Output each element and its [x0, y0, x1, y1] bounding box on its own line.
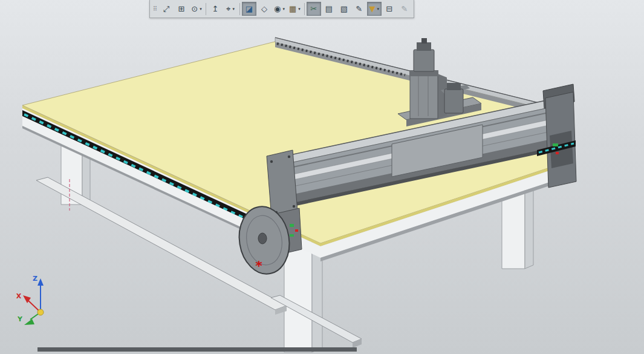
left-green-indicator-2 — [290, 234, 294, 237]
right-green-indicator — [553, 143, 558, 146]
toolbar-separator — [304, 3, 305, 15]
bolt — [288, 156, 290, 158]
hide-show-items-icon: ◉ — [274, 5, 281, 13]
previous-view-button[interactable]: ↥ — [208, 2, 223, 16]
toolbar-grip[interactable]: ⠿ — [152, 2, 158, 16]
dropdown-arrow-icon[interactable]: ▾ — [298, 7, 301, 11]
y-axis-label: Y — [17, 315, 23, 323]
magnify-icon: ⊙ — [191, 5, 198, 13]
dropdown-arrow-icon[interactable]: ▾ — [200, 7, 202, 11]
heads-up-toolbar: ⠿⤢⊞⊙▾↥⌖▾◪◇◉▾▦▾✂▤▧✎▼▾⊟✎ — [149, 0, 414, 18]
dropdown-arrow-icon[interactable]: ▾ — [232, 7, 235, 11]
edit-sketch-icon: ✎ — [401, 5, 408, 13]
wireframe-display-icon: ◇ — [261, 5, 267, 13]
apply-scene-button[interactable]: ▦▾ — [287, 2, 302, 16]
z-axis-arrowhead[interactable] — [37, 278, 44, 286]
view-orientation-icon: ⌖ — [226, 5, 230, 13]
bolt — [293, 205, 295, 208]
evaluate-icon: ⊟ — [386, 5, 392, 13]
z-motor-nub — [421, 38, 427, 44]
zoom-to-fit-button[interactable]: ⤢ — [159, 2, 174, 16]
annotations-icon: ▤ — [325, 5, 333, 13]
section-view-button[interactable]: ✂ — [307, 2, 321, 16]
left-red-indicator — [295, 229, 298, 232]
apply-scene-icon: ▦ — [289, 5, 296, 13]
markup-button[interactable]: ▧ — [337, 2, 351, 16]
bolt — [270, 160, 273, 163]
hide-show-items-button[interactable]: ◉▾ — [272, 2, 287, 16]
front-leg[interactable] — [284, 241, 322, 352]
right-leg-side-face[interactable] — [525, 188, 533, 269]
triad-origin-ball[interactable] — [37, 309, 44, 315]
edit-sketch-button[interactable]: ✎ — [397, 2, 412, 16]
zoom-to-area-icon: ⊞ — [178, 5, 185, 13]
selection-filter-icon: ▼ — [369, 5, 376, 13]
comments-button[interactable]: ✎ — [352, 2, 366, 16]
front-leg-front-face[interactable] — [284, 241, 312, 352]
origin-marker: * — [255, 258, 262, 274]
toolbar-grip-icon: ⠿ — [153, 6, 157, 12]
model-viewport[interactable]: * — [0, 0, 644, 354]
comments-icon: ✎ — [356, 5, 362, 13]
left-green-indicator — [290, 224, 294, 227]
gantry-left-end-plate[interactable] — [267, 150, 298, 218]
z-motor-cap[interactable] — [417, 42, 431, 51]
magnify-button[interactable]: ⊙▾ — [189, 2, 204, 16]
z-motor-body[interactable] — [414, 50, 434, 71]
right-red-indicator — [556, 152, 559, 154]
wireframe-display-button[interactable]: ◇ — [257, 2, 272, 16]
wheel-hub[interactable] — [258, 233, 267, 244]
spindle-motor-cap[interactable] — [447, 83, 461, 90]
toolbar-separator — [206, 3, 206, 15]
spindle-motor-body[interactable] — [444, 89, 463, 113]
selection-filter-button[interactable]: ▼▾ — [367, 2, 382, 16]
x-axis-label: X — [16, 292, 22, 300]
dropdown-arrow-icon[interactable]: ▾ — [377, 7, 380, 11]
zoom-to-area-button[interactable]: ⊞ — [174, 2, 189, 16]
display-style-icon: ◪ — [246, 5, 253, 13]
evaluate-button[interactable]: ⊟ — [382, 2, 397, 16]
base-front-bar[interactable] — [37, 347, 357, 352]
cad-viewport-window: ⠿⤢⊞⊙▾↥⌖▾◪◇◉▾▦▾✂▤▧✎▼▾⊟✎ — [0, 0, 644, 354]
toolbar-separator — [239, 3, 240, 15]
z-axis-label: Z — [33, 275, 37, 283]
dropdown-arrow-icon[interactable]: ▾ — [282, 7, 285, 11]
orientation-triad[interactable]: Z X Y — [16, 275, 44, 325]
section-view-icon: ✂ — [310, 5, 317, 13]
z-column-front[interactable] — [410, 74, 438, 119]
zoom-to-fit-icon: ⤢ — [163, 5, 169, 13]
view-orientation-button[interactable]: ⌖▾ — [223, 2, 238, 16]
y-axis-arrowhead[interactable] — [24, 319, 34, 325]
previous-view-icon: ↥ — [212, 5, 219, 13]
annotations-button[interactable]: ▤ — [322, 2, 336, 16]
display-style-button[interactable]: ◪ — [242, 2, 256, 16]
markup-icon: ▧ — [340, 5, 348, 13]
